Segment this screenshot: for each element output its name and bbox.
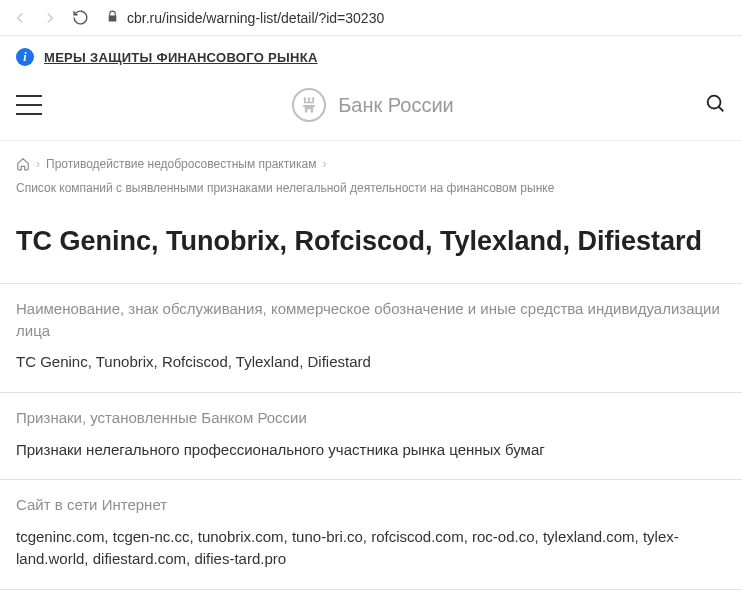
page-title: TC Geninc, Tunobrix, Rofciscod, Tylexlan…	[0, 201, 742, 283]
breadcrumb-item-2: Список компаний с выявленными признаками…	[16, 179, 554, 197]
svg-line-1	[719, 107, 724, 112]
search-button[interactable]	[704, 92, 726, 118]
notice-link[interactable]: МЕРЫ ЗАЩИТЫ ФИНАНСОВОГО РЫНКА	[44, 50, 318, 65]
address-bar[interactable]: cbr.ru/inside/warning-list/detail/?id=30…	[100, 10, 732, 26]
breadcrumb-separator: ›	[36, 155, 40, 173]
section-site-label: Сайт в сети Интернет	[16, 494, 726, 516]
section-signs: Признаки, установленные Банком России Пр…	[0, 392, 742, 479]
reload-button[interactable]	[70, 8, 90, 28]
section-site: Сайт в сети Интернет tcgeninc.com, tcgen…	[0, 479, 742, 589]
svg-point-0	[708, 96, 721, 109]
forward-button[interactable]	[40, 8, 60, 28]
info-icon: i	[16, 48, 34, 66]
back-button[interactable]	[10, 8, 30, 28]
brand[interactable]: Банк России	[42, 88, 704, 122]
breadcrumb-item-1[interactable]: Противодействие недобросовестным практик…	[46, 155, 316, 173]
lock-icon	[106, 10, 119, 26]
brand-logo-icon	[292, 88, 326, 122]
breadcrumb-separator: ›	[322, 155, 326, 173]
section-name: Наименование, знак обслуживания, коммерч…	[0, 283, 742, 392]
section-signs-value: Признаки нелегального профессионального …	[16, 439, 726, 462]
section-name-label: Наименование, знак обслуживания, коммерч…	[16, 298, 726, 342]
brand-name: Банк России	[338, 94, 454, 117]
notice-bar: i МЕРЫ ЗАЩИТЫ ФИНАНСОВОГО РЫНКА	[0, 36, 742, 78]
menu-button[interactable]	[16, 95, 42, 115]
breadcrumb: › Противодействие недобросовестным практ…	[0, 141, 742, 201]
section-name-value: TC Geninc, Tunobrix, Rofciscod, Tylexlan…	[16, 351, 726, 374]
home-icon[interactable]	[16, 157, 30, 171]
browser-toolbar: cbr.ru/inside/warning-list/detail/?id=30…	[0, 0, 742, 36]
section-site-value: tcgeninc.com, tcgen-nc.cc, tunobrix.com,…	[16, 526, 726, 571]
url-text: cbr.ru/inside/warning-list/detail/?id=30…	[127, 10, 384, 26]
section-signs-label: Признаки, установленные Банком России	[16, 407, 726, 429]
site-header: Банк России	[0, 78, 742, 141]
